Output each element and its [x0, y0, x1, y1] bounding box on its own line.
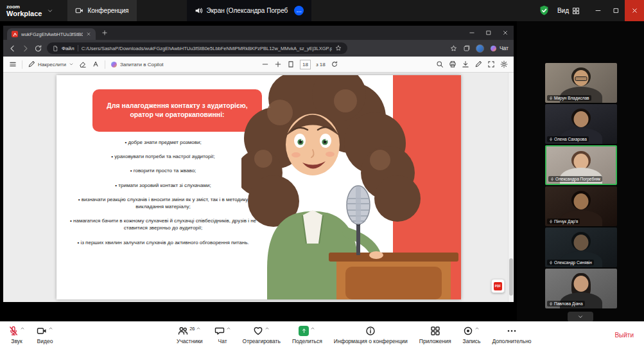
- more-dots-icon: [507, 326, 517, 336]
- shared-screen-area: wukFGzgEhAwbHTUu3fStB0e5Lbb Файл C:/User…: [0, 21, 517, 321]
- slide-bullet-list: • добре знати предмет розмови; • урахову…: [69, 139, 257, 253]
- copilot-chat-button[interactable]: Чат: [490, 45, 509, 52]
- participant-nametag: Пінчук Дар'я: [547, 218, 580, 224]
- chat-label: Чат: [218, 338, 227, 344]
- url-divider: [78, 45, 78, 51]
- fit-page-icon[interactable]: [287, 60, 295, 68]
- participant-tile[interactable]: Олександр Синявін: [545, 227, 617, 267]
- participants-button[interactable]: 26 Участники: [171, 322, 209, 347]
- ask-copilot-button[interactable]: Запитати в Copilot: [110, 61, 164, 68]
- participant-name: Мирун Владислав: [554, 96, 589, 100]
- chevron-up-icon[interactable]: [226, 326, 231, 331]
- share-screen-icon: [299, 326, 309, 336]
- chevron-up-icon[interactable]: [20, 326, 25, 331]
- file-protocol-badge: Файл: [62, 46, 74, 51]
- refresh-icon[interactable]: [34, 44, 42, 53]
- favorites-bar-icon[interactable]: [450, 45, 457, 52]
- pdf-toolbar: Накреслити Запитати в Copilot 18 з 18: [3, 57, 514, 73]
- participant-tile[interactable]: Пінчук Дар'я: [545, 186, 617, 226]
- window-close-button[interactable]: [625, 0, 644, 21]
- chevron-up-icon[interactable]: [310, 326, 315, 331]
- pdf-scrollbar[interactable]: [508, 73, 514, 302]
- browser-tabstrip: wukFGzgEhAwbHTUu3fStB0e5Lbb: [3, 26, 514, 40]
- tab-screen-share[interactable]: Экран (Олександра Погреб ...: [187, 0, 312, 21]
- participant-tile[interactable]: Павлова Діана: [545, 269, 617, 308]
- tab-conference[interactable]: Конференция: [67, 0, 136, 21]
- profile-avatar[interactable]: [476, 44, 484, 53]
- scrollbar-thumb[interactable]: [509, 258, 513, 296]
- new-tab-button[interactable]: [98, 27, 111, 39]
- draw-tool-label: Накреслити: [38, 62, 66, 67]
- browser-minimize-button[interactable]: [464, 26, 480, 40]
- tab-close-icon[interactable]: [86, 31, 91, 37]
- chevron-up-icon[interactable]: [48, 326, 53, 331]
- record-label: Запись: [463, 338, 481, 344]
- video-button[interactable]: Видео: [31, 322, 59, 347]
- security-shield-icon[interactable]: [539, 5, 550, 16]
- pdf-page: Для налагодження контакту з аудиторією, …: [57, 75, 461, 299]
- participant-tile[interactable]: Олена Сахарова: [545, 104, 617, 144]
- participant-nametag: Павлова Діана: [547, 301, 585, 307]
- apps-button[interactable]: Приложения: [413, 322, 457, 347]
- highlight-text-icon[interactable]: [92, 60, 100, 68]
- back-icon[interactable]: [8, 44, 17, 53]
- pdf-viewport[interactable]: Для налагодження контакту з аудиторією, …: [3, 73, 514, 302]
- collections-icon[interactable]: [463, 45, 470, 52]
- draw-tool-button[interactable]: Накреслити: [28, 60, 74, 68]
- participant-tiles: Мирун Владислав Олена Сахарова Олександр…: [545, 63, 617, 308]
- more-button[interactable]: Дополнительно: [486, 322, 537, 347]
- participant-nametag: Олександр Синявін: [547, 260, 594, 265]
- participant-mic-icon: [549, 138, 553, 141]
- fullscreen-icon[interactable]: [487, 60, 495, 68]
- eraser-icon[interactable]: [79, 60, 87, 68]
- window-minimize-button[interactable]: [589, 0, 607, 21]
- leave-meeting-button[interactable]: Выйти: [607, 332, 641, 339]
- chat-button[interactable]: Чат: [209, 322, 237, 347]
- browser-maximize-button[interactable]: [480, 26, 497, 40]
- record-button[interactable]: Запись: [457, 322, 487, 347]
- slide-bullet: • ураховувати потреби та настрої аудитор…: [69, 153, 257, 160]
- grid-view-icon: [572, 7, 580, 15]
- participant-nametag: Олександра Погребняк: [548, 176, 602, 182]
- slide-bullet: • тримати зоровий контакт зі слухачами;: [69, 182, 257, 189]
- audio-button[interactable]: Звук: [3, 322, 31, 347]
- search-icon[interactable]: [436, 60, 444, 68]
- edit-icon[interactable]: [474, 60, 482, 68]
- zoom-in-icon[interactable]: [274, 60, 282, 68]
- print-icon[interactable]: [449, 60, 457, 68]
- pdf-favicon: [12, 31, 18, 37]
- browser-close-button[interactable]: [497, 26, 514, 40]
- copilot-chat-label: Чат: [500, 45, 509, 51]
- more-label: Дополнительно: [492, 338, 531, 344]
- screen-share-options-button[interactable]: ...: [294, 6, 304, 15]
- meeting-info-button[interactable]: Информация о конференции: [328, 322, 413, 347]
- page-number-input[interactable]: 18: [300, 60, 311, 69]
- save-icon[interactable]: [462, 60, 469, 68]
- rotate-icon[interactable]: [331, 60, 338, 68]
- browser-tab-pdf[interactable]: wukFGzgEhAwbHTUu3fStB0e5Lbb: [7, 28, 96, 40]
- collapse-thumbnails-button[interactable]: [568, 312, 593, 322]
- favorite-star-icon[interactable]: [335, 45, 342, 51]
- chevron-up-icon[interactable]: [265, 326, 270, 331]
- speaker-icon: [195, 6, 203, 15]
- tab-conference-label: Конференция: [87, 7, 128, 14]
- share-screen-button[interactable]: Поделиться: [286, 322, 328, 347]
- slide-bullet: • говорити просто та жваво;: [69, 167, 257, 174]
- view-button[interactable]: Вид: [557, 7, 580, 15]
- zoom-out-icon[interactable]: [261, 60, 269, 68]
- forward-icon[interactable]: [21, 44, 30, 53]
- zoom-workplace-logo: zoom Workplace: [0, 4, 42, 17]
- participant-tile[interactable]: Мирун Владислав: [545, 63, 617, 103]
- chevron-up-icon[interactable]: [474, 326, 480, 331]
- chevron-up-icon[interactable]: [196, 326, 201, 331]
- chevron-down-icon[interactable]: [47, 8, 53, 14]
- participant-tile-active-speaker[interactable]: Олександра Погребняк: [545, 145, 617, 185]
- settings-gear-icon[interactable]: [500, 60, 508, 68]
- window-maximize-button[interactable]: [607, 0, 625, 21]
- menu-icon[interactable]: [9, 60, 17, 68]
- url-field[interactable]: Файл C:/Users/SashaP/Downloads/wukFGzgEh…: [47, 42, 347, 54]
- ask-copilot-label: Запитати в Copilot: [120, 62, 164, 67]
- acrobat-extension-button[interactable]: PDF: [491, 279, 505, 293]
- reactions-button[interactable]: Отреагировать: [237, 322, 286, 347]
- slide-bullet: • визначати реакцію слухачів і вносити з…: [69, 196, 257, 210]
